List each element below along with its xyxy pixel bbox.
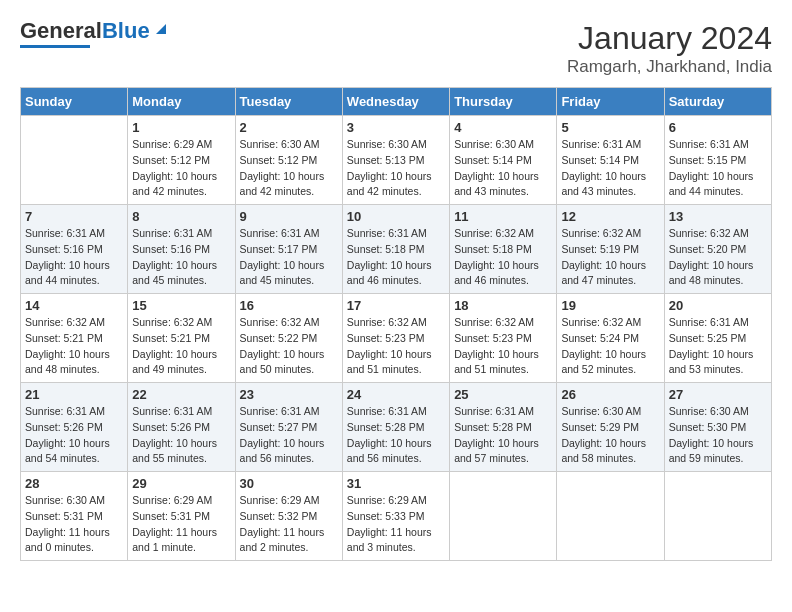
logo-text: GeneralBlue: [20, 20, 150, 42]
header-day-friday: Friday: [557, 88, 664, 116]
day-number: 4: [454, 120, 552, 135]
logo-underline: [20, 45, 90, 48]
day-number: 12: [561, 209, 659, 224]
day-info: Sunrise: 6:29 AMSunset: 5:32 PMDaylight:…: [240, 493, 338, 556]
calendar-cell: 7Sunrise: 6:31 AMSunset: 5:16 PMDaylight…: [21, 205, 128, 294]
header-day-tuesday: Tuesday: [235, 88, 342, 116]
day-number: 6: [669, 120, 767, 135]
calendar-cell: 20Sunrise: 6:31 AMSunset: 5:25 PMDayligh…: [664, 294, 771, 383]
day-info: Sunrise: 6:32 AMSunset: 5:21 PMDaylight:…: [25, 315, 123, 378]
day-info: Sunrise: 6:31 AMSunset: 5:27 PMDaylight:…: [240, 404, 338, 467]
header-day-monday: Monday: [128, 88, 235, 116]
calendar-header-row: SundayMondayTuesdayWednesdayThursdayFrid…: [21, 88, 772, 116]
day-number: 25: [454, 387, 552, 402]
calendar-cell: 6Sunrise: 6:31 AMSunset: 5:15 PMDaylight…: [664, 116, 771, 205]
calendar-cell: 9Sunrise: 6:31 AMSunset: 5:17 PMDaylight…: [235, 205, 342, 294]
calendar-cell: 5Sunrise: 6:31 AMSunset: 5:14 PMDaylight…: [557, 116, 664, 205]
calendar-cell: 16Sunrise: 6:32 AMSunset: 5:22 PMDayligh…: [235, 294, 342, 383]
day-info: Sunrise: 6:31 AMSunset: 5:18 PMDaylight:…: [347, 226, 445, 289]
page-subtitle: Ramgarh, Jharkhand, India: [567, 57, 772, 77]
day-number: 19: [561, 298, 659, 313]
day-info: Sunrise: 6:30 AMSunset: 5:30 PMDaylight:…: [669, 404, 767, 467]
calendar-cell: 26Sunrise: 6:30 AMSunset: 5:29 PMDayligh…: [557, 383, 664, 472]
calendar-cell: [21, 116, 128, 205]
day-number: 23: [240, 387, 338, 402]
day-info: Sunrise: 6:31 AMSunset: 5:28 PMDaylight:…: [454, 404, 552, 467]
day-info: Sunrise: 6:31 AMSunset: 5:28 PMDaylight:…: [347, 404, 445, 467]
day-number: 20: [669, 298, 767, 313]
logo: GeneralBlue: [20, 20, 170, 48]
day-info: Sunrise: 6:29 AMSunset: 5:33 PMDaylight:…: [347, 493, 445, 556]
day-number: 29: [132, 476, 230, 491]
day-info: Sunrise: 6:32 AMSunset: 5:19 PMDaylight:…: [561, 226, 659, 289]
day-info: Sunrise: 6:30 AMSunset: 5:14 PMDaylight:…: [454, 137, 552, 200]
calendar-cell: 29Sunrise: 6:29 AMSunset: 5:31 PMDayligh…: [128, 472, 235, 561]
calendar-cell: 3Sunrise: 6:30 AMSunset: 5:13 PMDaylight…: [342, 116, 449, 205]
calendar-week-row: 1Sunrise: 6:29 AMSunset: 5:12 PMDaylight…: [21, 116, 772, 205]
calendar-cell: 8Sunrise: 6:31 AMSunset: 5:16 PMDaylight…: [128, 205, 235, 294]
day-number: 15: [132, 298, 230, 313]
calendar-cell: 24Sunrise: 6:31 AMSunset: 5:28 PMDayligh…: [342, 383, 449, 472]
calendar-cell: 25Sunrise: 6:31 AMSunset: 5:28 PMDayligh…: [450, 383, 557, 472]
logo-icon: [152, 20, 170, 38]
day-number: 7: [25, 209, 123, 224]
day-number: 8: [132, 209, 230, 224]
day-number: 1: [132, 120, 230, 135]
day-info: Sunrise: 6:32 AMSunset: 5:18 PMDaylight:…: [454, 226, 552, 289]
day-info: Sunrise: 6:31 AMSunset: 5:14 PMDaylight:…: [561, 137, 659, 200]
day-number: 5: [561, 120, 659, 135]
calendar-cell: 15Sunrise: 6:32 AMSunset: 5:21 PMDayligh…: [128, 294, 235, 383]
day-info: Sunrise: 6:29 AMSunset: 5:12 PMDaylight:…: [132, 137, 230, 200]
calendar-cell: 14Sunrise: 6:32 AMSunset: 5:21 PMDayligh…: [21, 294, 128, 383]
day-info: Sunrise: 6:31 AMSunset: 5:25 PMDaylight:…: [669, 315, 767, 378]
header-day-wednesday: Wednesday: [342, 88, 449, 116]
day-info: Sunrise: 6:31 AMSunset: 5:26 PMDaylight:…: [25, 404, 123, 467]
day-info: Sunrise: 6:30 AMSunset: 5:31 PMDaylight:…: [25, 493, 123, 556]
day-number: 18: [454, 298, 552, 313]
day-number: 17: [347, 298, 445, 313]
calendar-cell: 22Sunrise: 6:31 AMSunset: 5:26 PMDayligh…: [128, 383, 235, 472]
day-info: Sunrise: 6:32 AMSunset: 5:23 PMDaylight:…: [454, 315, 552, 378]
page-title: January 2024: [567, 20, 772, 57]
calendar-week-row: 14Sunrise: 6:32 AMSunset: 5:21 PMDayligh…: [21, 294, 772, 383]
calendar-cell: [557, 472, 664, 561]
day-info: Sunrise: 6:30 AMSunset: 5:13 PMDaylight:…: [347, 137, 445, 200]
calendar-cell: 17Sunrise: 6:32 AMSunset: 5:23 PMDayligh…: [342, 294, 449, 383]
day-info: Sunrise: 6:29 AMSunset: 5:31 PMDaylight:…: [132, 493, 230, 556]
calendar-week-row: 28Sunrise: 6:30 AMSunset: 5:31 PMDayligh…: [21, 472, 772, 561]
calendar-cell: 30Sunrise: 6:29 AMSunset: 5:32 PMDayligh…: [235, 472, 342, 561]
page-header: GeneralBlue January 2024 Ramgarh, Jharkh…: [20, 20, 772, 77]
day-number: 27: [669, 387, 767, 402]
day-number: 21: [25, 387, 123, 402]
day-info: Sunrise: 6:31 AMSunset: 5:26 PMDaylight:…: [132, 404, 230, 467]
day-number: 11: [454, 209, 552, 224]
calendar-cell: 13Sunrise: 6:32 AMSunset: 5:20 PMDayligh…: [664, 205, 771, 294]
header-day-sunday: Sunday: [21, 88, 128, 116]
calendar-cell: 18Sunrise: 6:32 AMSunset: 5:23 PMDayligh…: [450, 294, 557, 383]
calendar-cell: 21Sunrise: 6:31 AMSunset: 5:26 PMDayligh…: [21, 383, 128, 472]
day-number: 10: [347, 209, 445, 224]
calendar-cell: 19Sunrise: 6:32 AMSunset: 5:24 PMDayligh…: [557, 294, 664, 383]
calendar-cell: 4Sunrise: 6:30 AMSunset: 5:14 PMDaylight…: [450, 116, 557, 205]
header-day-thursday: Thursday: [450, 88, 557, 116]
day-info: Sunrise: 6:32 AMSunset: 5:22 PMDaylight:…: [240, 315, 338, 378]
calendar-week-row: 7Sunrise: 6:31 AMSunset: 5:16 PMDaylight…: [21, 205, 772, 294]
day-info: Sunrise: 6:32 AMSunset: 5:21 PMDaylight:…: [132, 315, 230, 378]
svg-marker-0: [156, 24, 166, 34]
day-info: Sunrise: 6:31 AMSunset: 5:17 PMDaylight:…: [240, 226, 338, 289]
calendar-cell: 11Sunrise: 6:32 AMSunset: 5:18 PMDayligh…: [450, 205, 557, 294]
day-info: Sunrise: 6:30 AMSunset: 5:12 PMDaylight:…: [240, 137, 338, 200]
calendar-cell: 31Sunrise: 6:29 AMSunset: 5:33 PMDayligh…: [342, 472, 449, 561]
calendar-cell: 10Sunrise: 6:31 AMSunset: 5:18 PMDayligh…: [342, 205, 449, 294]
calendar-table: SundayMondayTuesdayWednesdayThursdayFrid…: [20, 87, 772, 561]
day-number: 9: [240, 209, 338, 224]
calendar-cell: 1Sunrise: 6:29 AMSunset: 5:12 PMDaylight…: [128, 116, 235, 205]
day-number: 31: [347, 476, 445, 491]
day-number: 14: [25, 298, 123, 313]
calendar-cell: 2Sunrise: 6:30 AMSunset: 5:12 PMDaylight…: [235, 116, 342, 205]
day-info: Sunrise: 6:30 AMSunset: 5:29 PMDaylight:…: [561, 404, 659, 467]
day-info: Sunrise: 6:32 AMSunset: 5:20 PMDaylight:…: [669, 226, 767, 289]
day-number: 13: [669, 209, 767, 224]
day-info: Sunrise: 6:31 AMSunset: 5:16 PMDaylight:…: [132, 226, 230, 289]
calendar-week-row: 21Sunrise: 6:31 AMSunset: 5:26 PMDayligh…: [21, 383, 772, 472]
